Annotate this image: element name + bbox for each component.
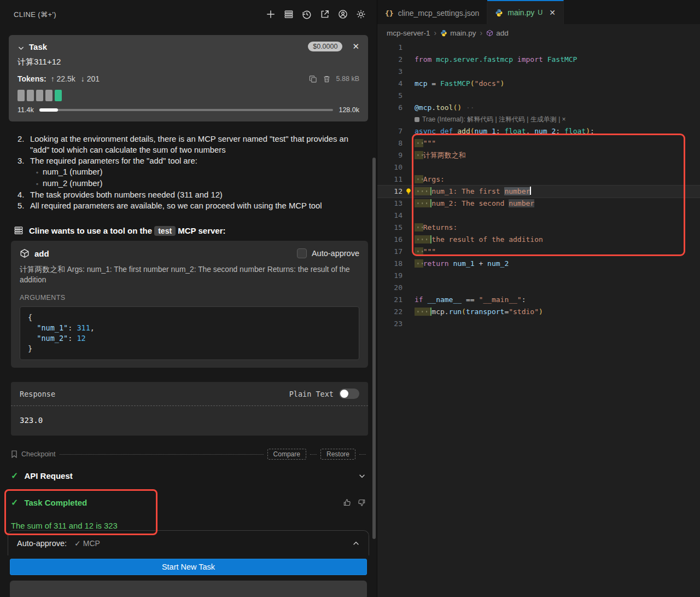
line-number: 5 [377, 90, 402, 102]
code-line[interactable]: 8 """ [377, 137, 700, 149]
scrollbar-thumb[interactable] [372, 158, 376, 539]
chat-input[interactable] [10, 581, 367, 597]
auto-approve-bar[interactable]: Auto-approve: ✓ MCP [8, 530, 369, 555]
start-new-task-button[interactable]: Start New Task [10, 559, 367, 575]
python-icon [440, 30, 447, 37]
open-in-new-icon[interactable] [320, 9, 330, 19]
response-label: Response [20, 390, 55, 398]
package-icon [20, 248, 30, 258]
breadcrumb-file[interactable]: main.py [440, 29, 476, 37]
line-number: 1 [377, 42, 402, 54]
code-line[interactable]: 12 num_1: The first number [377, 186, 700, 198]
line-number: 6 [377, 102, 402, 114]
thumbs-up-icon[interactable] [343, 499, 351, 507]
line-number: 15 [377, 222, 402, 234]
line-number: 20 [377, 282, 402, 294]
history-icon[interactable] [302, 9, 312, 19]
plain-text-toggle[interactable] [339, 389, 359, 399]
panel-title: CLINE (⌘+') [14, 10, 56, 19]
line-number: 7 [377, 125, 402, 137]
context-progressbar[interactable] [39, 109, 334, 111]
mcp-servers-icon[interactable] [284, 9, 294, 19]
editor-pane: {} cline_mcp_settings.json main.py U ✕ m… [377, 0, 700, 597]
task-completed-title: Task Completed [24, 498, 87, 507]
cline-header: CLINE (⌘+') [0, 0, 377, 28]
reasoning-list: 2. Looking at the environment details, t… [18, 134, 366, 211]
auto-approve-footer-label: Auto-approve: [17, 539, 67, 548]
task-label: Task [29, 42, 47, 51]
compare-button[interactable]: Compare [267, 449, 306, 460]
code-line[interactable]: 14 [377, 210, 700, 222]
tab-cline-mcp-settings[interactable]: {} cline_mcp_settings.json [377, 2, 487, 24]
delete-task-icon[interactable] [323, 75, 331, 83]
code-line[interactable]: 21if __name__ == "__main__": [377, 294, 700, 306]
code-line[interactable]: 22 mcp.run(transport="stdio") [377, 306, 700, 318]
list-item: 2. Looking at the environment details, t… [18, 134, 366, 155]
close-task-icon[interactable]: ✕ [352, 42, 359, 51]
check-icon: ✓ [11, 497, 18, 508]
thumbs-down-icon[interactable] [358, 499, 366, 507]
task-completed-section: ✓ Task Completed The sum of 311 and 12 i… [11, 497, 366, 530]
line-number: 19 [377, 270, 402, 282]
chevron-up-icon[interactable] [352, 540, 360, 547]
line-number: 17 [377, 246, 402, 258]
line-number: 23 [377, 318, 402, 330]
dotted-divider [359, 454, 366, 455]
task-prompt: 计算311+12 [18, 57, 359, 67]
breadcrumb-symbol[interactable]: add [486, 29, 509, 37]
code-line[interactable]: 13 num_2: The second number [377, 198, 700, 210]
code-line[interactable]: 15 Returns: [377, 222, 700, 234]
list-item: 5. All required parameters are available… [18, 200, 366, 211]
code-line[interactable]: 20 [377, 282, 700, 294]
auto-approve-footer-value: ✓ MCP [74, 539, 100, 548]
token-block [27, 90, 34, 101]
breadcrumb-folder[interactable]: mcp-server-1 [387, 29, 430, 37]
code-line[interactable]: 18 return num_1 + num_2 [377, 258, 700, 270]
arguments-json: { "num_1": 311, "num_2": 12} [20, 306, 359, 360]
code-line[interactable]: 9 计算两数之和 [377, 149, 700, 161]
auto-approve-checkbox[interactable] [297, 248, 307, 258]
code-line[interactable]: 2from mcp.server.fastmcp import FastMCP [377, 54, 700, 66]
line-number: 18 [377, 258, 402, 270]
code-line[interactable]: 1 [377, 42, 700, 54]
code-line[interactable]: 17 """ [377, 246, 700, 258]
tab-main-py[interactable]: main.py U ✕ [487, 0, 564, 24]
python-icon [495, 9, 503, 17]
code-line[interactable]: 7async def add(num_1: float, num_2: floa… [377, 125, 700, 137]
code-line[interactable]: 16 the result of the addition [377, 234, 700, 246]
code-line[interactable]: 5 [377, 90, 700, 102]
code-line[interactable]: 3 [377, 66, 700, 78]
header-icons [266, 9, 366, 19]
modified-badge: U [538, 9, 542, 16]
chevron-down-icon[interactable] [18, 43, 25, 50]
line-number: 3 [377, 66, 402, 78]
plain-text-label: Plain Text [289, 390, 334, 398]
code-line[interactable]: 19 [377, 270, 700, 282]
close-tab-icon[interactable]: ✕ [549, 8, 556, 17]
settings-gear-icon[interactable] [356, 9, 366, 19]
tool-card: add Auto-approve 计算两数之和 Args: num_1: The… [11, 241, 368, 368]
line-number: 10 [377, 161, 402, 173]
chevron-right-icon: › [480, 28, 482, 37]
copy-icon[interactable] [309, 75, 317, 83]
tokens-up: ↑ 22.5k [51, 74, 75, 83]
list-item: 3. The required parameters for the "add"… [18, 155, 366, 166]
code-line[interactable]: 23 [377, 318, 700, 330]
trae-codelens[interactable]: Trae (Internal): 解释代码 | 注释代码 | 生成单测 | × [377, 114, 700, 125]
line-number: 2 [377, 54, 402, 66]
symbol-cube-icon [486, 30, 493, 37]
token-block [36, 90, 43, 101]
code-line[interactable]: 10 [377, 161, 700, 173]
chevron-down-icon[interactable] [358, 472, 366, 480]
lightbulb-icon[interactable] [402, 186, 415, 198]
new-task-icon[interactable] [266, 9, 276, 19]
text-cursor [530, 187, 531, 195]
account-icon[interactable] [338, 9, 348, 19]
api-request-row[interactable]: ✓ API Request [11, 471, 366, 481]
restore-button[interactable]: Restore [320, 449, 355, 460]
code-area: 12from mcp.server.fastmcp import FastMCP… [377, 42, 700, 597]
code-line[interactable]: 11 Args: [377, 173, 700, 186]
code-line[interactable]: 4mcp = FastMCP("docs") [377, 78, 700, 90]
tool-name: add [34, 249, 49, 258]
code-line[interactable]: 6@mcp.tool() ·· [377, 102, 700, 114]
